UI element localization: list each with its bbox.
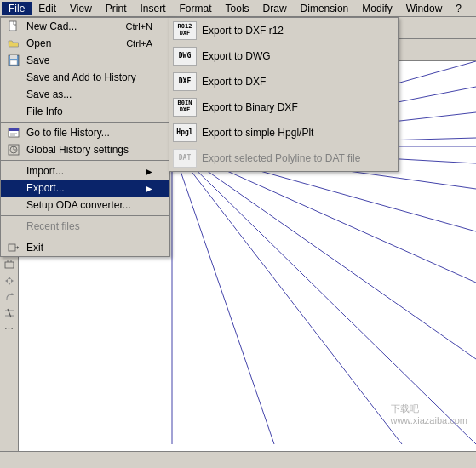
export-arrow-icon: ▶: [146, 184, 152, 193]
export-dxf-label: Export to DXF: [202, 76, 266, 88]
menu-recent-files-label: Recent files: [26, 220, 80, 232]
sep-b: [1, 160, 169, 161]
menubar-insert[interactable]: Insert: [134, 2, 173, 15]
svg-marker-71: [11, 279, 14, 283]
menu-go-history-label: Go to file History...: [26, 127, 110, 139]
menu-global-history-label: Global History settings: [26, 144, 129, 156]
menu-exit-label: Exit: [26, 242, 43, 254]
menu-oda-label: Setup ODA converter...: [26, 199, 131, 211]
export-dat-icon: DAT: [173, 149, 197, 168]
sep-d: [1, 237, 169, 237]
menu-save[interactable]: Save: [1, 52, 169, 69]
menubar: File Edit View Print Insert Format Tools…: [0, 0, 476, 17]
sep-c: [1, 215, 169, 216]
export-dxf-icon: DXF: [173, 72, 197, 91]
lt-more-btn[interactable]: ⋯: [2, 322, 17, 337]
svg-rect-92: [10, 55, 17, 59]
svg-rect-102: [9, 244, 15, 251]
menubar-window[interactable]: Window: [399, 2, 450, 15]
export-dat[interactable]: DAT Export selected Polyline to DAT file: [169, 146, 398, 171]
menu-open[interactable]: Open Ctrl+A: [1, 35, 169, 52]
menu-recent-files: Recent files: [1, 218, 169, 235]
svg-line-86: [172, 146, 476, 359]
menubar-view[interactable]: View: [63, 2, 99, 15]
svg-marker-69: [8, 283, 11, 285]
menu-file-info-label: File Info: [26, 106, 63, 117]
export-dwg-label: Export to DWG: [202, 50, 271, 62]
svg-marker-104: [17, 246, 19, 249]
menubar-dimension[interactable]: Dimension: [294, 2, 356, 15]
menu-new-cad-shortcut: Ctrl+N: [109, 21, 152, 31]
menu-save-as[interactable]: Save as...: [1, 86, 169, 103]
menubar-draw[interactable]: Draw: [256, 2, 294, 15]
menubar-format[interactable]: Format: [173, 2, 219, 15]
global-history-icon: [6, 143, 21, 157]
export-hpgl-label: Export to simple Hpgl/Plt: [202, 127, 313, 139]
menu-oda-converter[interactable]: Setup ODA converter...: [1, 197, 169, 214]
export-dxf-r12[interactable]: R012DXF Export to DXF r12: [169, 18, 398, 43]
menu-global-history[interactable]: Global History settings: [1, 141, 169, 158]
menu-open-label: Open: [26, 37, 51, 49]
menu-go-history[interactable]: Go to file History...: [1, 124, 169, 141]
svg-rect-93: [10, 60, 17, 65]
lt-move-btn[interactable]: [2, 273, 17, 288]
save-icon: [6, 54, 21, 67]
export-hpgl[interactable]: Hpgl Export to simple Hpgl/Plt: [169, 120, 398, 146]
svg-rect-90: [9, 21, 16, 31]
menubar-edit[interactable]: Edit: [32, 2, 63, 15]
menubar-print[interactable]: Print: [99, 2, 134, 15]
menu-import[interactable]: Import... ▶: [1, 163, 169, 180]
menu-save-history-label: Save and Add to History: [26, 71, 136, 83]
menubar-modify[interactable]: Modify: [355, 2, 399, 15]
menu-export[interactable]: Export... ▶: [1, 180, 169, 197]
svg-marker-68: [8, 277, 11, 279]
history-icon: [6, 126, 21, 140]
svg-marker-70: [5, 279, 8, 283]
export-binary-dxf[interactable]: B0INDXF Export to Binary DXF: [169, 94, 398, 120]
menu-save-history[interactable]: Save and Add to History: [1, 69, 169, 86]
export-dxf[interactable]: DXF Export to DXF: [169, 69, 398, 94]
menu-new-cad-label: New Cad...: [26, 20, 77, 32]
menu-save-label: Save: [26, 54, 49, 66]
menu-import-label: Import...: [26, 165, 64, 177]
menubar-help[interactable]: ?: [449, 2, 468, 15]
export-dat-label: Export selected Polyline to DAT file: [202, 152, 360, 164]
menubar-tools[interactable]: Tools: [219, 2, 256, 15]
svg-line-88: [172, 146, 274, 444]
export-dwg[interactable]: DWG Export to DWG: [169, 43, 398, 69]
watermark: 下载吧www.xiazaiba.com: [391, 402, 467, 425]
file-menu-dropdown: New Cad... Ctrl+N Open Ctrl+A Save Save …: [0, 17, 170, 257]
svg-rect-95: [9, 128, 19, 131]
lt-trim-btn[interactable]: [2, 305, 17, 321]
export-binary-dxf-icon: B0INDXF: [173, 98, 197, 117]
svg-line-87: [172, 146, 402, 444]
export-submenu: R012DXF Export to DXF r12 DWG Export to …: [169, 17, 399, 172]
menu-open-shortcut: Ctrl+A: [109, 38, 152, 49]
open-icon: [6, 37, 21, 50]
menu-exit[interactable]: Exit: [1, 239, 169, 256]
svg-rect-65: [5, 262, 14, 268]
sep-a: [1, 122, 169, 123]
menu-save-as-label: Save as...: [26, 88, 72, 100]
statusbar: [0, 451, 476, 468]
export-dxf-r12-icon: R012DXF: [173, 21, 197, 40]
lt-rotate-btn[interactable]: [2, 289, 17, 305]
lt-insert-btn[interactable]: [2, 257, 17, 272]
menu-new-cad[interactable]: New Cad... Ctrl+N: [1, 18, 169, 35]
import-arrow-icon: ▶: [146, 167, 152, 176]
menubar-file[interactable]: File: [2, 2, 32, 15]
menu-export-label: Export...: [26, 182, 65, 194]
svg-line-89: [172, 146, 476, 444]
menu-file-info[interactable]: File Info: [1, 103, 169, 120]
export-dwg-icon: DWG: [173, 47, 197, 66]
exit-icon: [6, 241, 21, 254]
new-cad-icon: [6, 20, 21, 33]
export-binary-dxf-label: Export to Binary DXF: [202, 101, 298, 113]
export-dxf-r12-label: Export to DXF r12: [202, 25, 284, 37]
export-hpgl-icon: Hpgl: [173, 123, 197, 142]
